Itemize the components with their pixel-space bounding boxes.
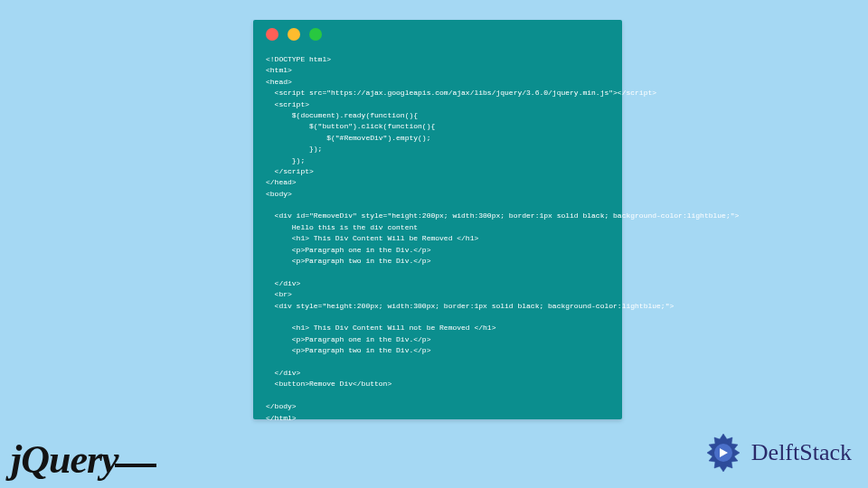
delftstack-icon [701,430,746,475]
delftstack-logo: DelftStack [701,430,852,475]
delftstack-text: DelftStack [751,439,852,466]
code-window: <!DOCTYPE html> <html> <head> <script sr… [253,20,622,419]
close-icon [266,28,278,41]
code-content: <!DOCTYPE html> <html> <head> <script sr… [253,49,622,433]
jquery-logo: jQuery [11,436,156,483]
minimize-icon [288,28,300,41]
window-titlebar [253,20,622,49]
maximize-icon [309,28,322,41]
jquery-logo-text: jQuery [11,437,118,482]
